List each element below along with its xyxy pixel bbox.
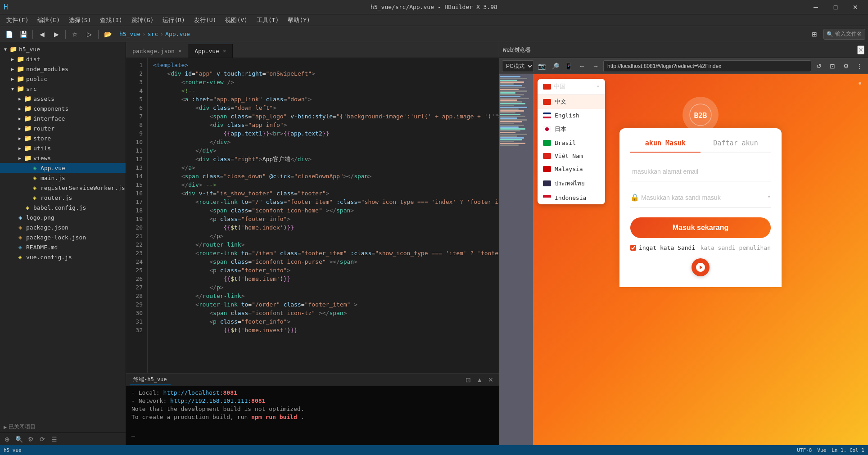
chat-avatar-icon[interactable]	[692, 258, 710, 276]
menu-tools[interactable]: 工具(T)	[252, 15, 283, 25]
sidebar-item-babelconfig[interactable]: ◈ babel.config.js	[0, 203, 126, 212]
sidebar-filter-button[interactable]: ⟳	[37, 434, 48, 445]
status-project[interactable]: h5_vue	[4, 447, 22, 453]
toolbar-search[interactable]: 🔍 输入文件名	[823, 29, 865, 40]
sidebar-item-components[interactable]: ▶ 📁 components	[0, 104, 126, 113]
remember-checkbox[interactable]	[630, 245, 636, 251]
terminal-network-url[interactable]: http://192.168.101.111:8081	[170, 397, 265, 404]
tab-appvue[interactable]: App.vue ✕	[188, 44, 233, 58]
sidebar-add-button[interactable]: ⊕	[2, 434, 13, 445]
run-button[interactable]: ▷	[83, 28, 95, 41]
sidebar-refresh-button[interactable]: ⚙	[25, 434, 36, 445]
language-item-vietnam[interactable]: Việt Nam	[538, 149, 605, 162]
browser-inspect-button[interactable]: 🔎	[549, 60, 561, 72]
language-dropdown-header[interactable]: 中国 ▾	[538, 79, 605, 95]
menu-goto[interactable]: 跳转(G)	[127, 15, 158, 25]
status-lang[interactable]: Vue	[817, 447, 826, 453]
sidebar-item-mainjs[interactable]: ◈ main.js	[0, 173, 126, 183]
menu-run[interactable]: 运行(R)	[158, 15, 189, 25]
language-item-chinese[interactable]: 中文	[538, 95, 605, 109]
sidebar-item-readme[interactable]: ◈ README.md	[0, 242, 126, 252]
sidebar-item-serviceworker[interactable]: ◈ registerServiceWorker.js	[0, 183, 126, 193]
sidebar-item-views[interactable]: ▶ 📁 views	[0, 153, 126, 163]
browser-screenshot-button[interactable]: 📷	[536, 60, 547, 72]
sidebar-item-dist[interactable]: ▶ 📁 dist	[0, 54, 126, 64]
terminal-body[interactable]: - Local: http://localhost:8081 - Network…	[126, 386, 499, 445]
save-button[interactable]: 💾	[17, 28, 30, 41]
sidebar-settings-button[interactable]: ☰	[49, 434, 59, 445]
sidebar-item-packagelockjson[interactable]: ◈ package-lock.json	[0, 232, 126, 242]
language-item-brasil[interactable]: Brasil	[538, 136, 605, 149]
sidebar-item-utils[interactable]: ▶ 📁 utils	[0, 143, 126, 153]
minimize-button[interactable]: ─	[807, 1, 825, 14]
sidebar-item-interface[interactable]: ▶ 📁 interface	[0, 113, 126, 123]
browser-bookmark-button[interactable]: ⊡	[827, 60, 838, 72]
password-toggle-button[interactable]: ▾	[767, 193, 771, 200]
language-item-malaysia[interactable]: Malaysia	[538, 162, 605, 176]
password-input[interactable]	[630, 188, 771, 207]
browser-device-button[interactable]: 📱	[563, 60, 574, 72]
menu-help[interactable]: 帮助(Y)	[283, 15, 314, 25]
terminal-expand-button[interactable]: ⊡	[464, 375, 473, 384]
breadcrumb-file[interactable]: App.vue	[165, 31, 190, 37]
browser-close-button[interactable]: ✕	[857, 45, 864, 54]
menu-publish[interactable]: 发行(U)	[190, 15, 221, 25]
back-button[interactable]: ◀	[36, 28, 48, 41]
sidebar-item-appvue[interactable]: ◈ App.vue	[0, 163, 126, 173]
terminal-local-url[interactable]: http://localhost:8081	[163, 389, 237, 396]
browser-refresh-button[interactable]: ↺	[813, 60, 825, 72]
login-button[interactable]: Masuk sekarang	[630, 217, 771, 238]
sidebar-item-src[interactable]: ▼ 📁 src	[0, 84, 126, 94]
sidebar-item-store[interactable]: ▶ 📁 store	[0, 133, 126, 143]
sidebar-search-button[interactable]: 🔍	[14, 434, 24, 445]
forward-button[interactable]: ▶	[50, 28, 63, 41]
language-dropdown[interactable]: 中国 ▾ 中文 English 日本	[538, 79, 605, 204]
browser-back-button[interactable]: ←	[576, 60, 588, 72]
browser-forward-button[interactable]: →	[590, 60, 601, 72]
toolbar-icon-1[interactable]: ⊞	[808, 28, 821, 41]
close-button[interactable]: ✕	[846, 1, 864, 14]
sidebar-item-router[interactable]: ▶ 📁 router	[0, 123, 126, 133]
terminal-tab[interactable]: 终端-h5_vue	[130, 375, 171, 385]
new-file-button[interactable]: 📄	[3, 28, 15, 41]
open-file-button[interactable]: 📂	[101, 28, 114, 41]
tab-packagejson[interactable]: package.json ✕	[126, 44, 188, 58]
collapsed-projects-section[interactable]: ▶ 已关闭项目	[0, 421, 126, 432]
sidebar-item-packagejson[interactable]: ◈ package.json	[0, 222, 126, 232]
browser-mode-select[interactable]: PC模式	[502, 60, 534, 72]
arrow-icon: ▶	[16, 156, 23, 161]
menu-select[interactable]: 选择(S)	[64, 15, 95, 25]
close-tab-icon[interactable]: ✕	[223, 48, 226, 54]
code-editor[interactable]: 1234 5678 9101112 13141516 17181920 2122…	[126, 58, 499, 373]
language-item-english[interactable]: English	[538, 109, 605, 122]
language-item-japanese[interactable]: 日本	[538, 122, 605, 136]
menu-find[interactable]: 查找(I)	[95, 15, 127, 25]
terminal-collapse-button[interactable]: ▲	[475, 375, 484, 384]
browser-devtools-button[interactable]: ⚙	[840, 60, 852, 72]
language-item-indonesia[interactable]: Indonesia	[538, 191, 605, 204]
browser-more-button[interactable]: ⋮	[854, 60, 865, 72]
sidebar-item-public[interactable]: ▶ 📁 public	[0, 74, 126, 84]
forgot-password-link[interactable]: kata sandi pemulihan	[700, 244, 771, 251]
remember-me-label[interactable]: ingat kata Sandi	[630, 244, 695, 251]
menu-view[interactable]: 视图(V)	[221, 15, 252, 25]
sidebar-item-nodemodules[interactable]: ▶ 📁 node_modules	[0, 64, 126, 74]
breadcrumb-src[interactable]: src	[148, 31, 158, 37]
sidebar-item-h5vue[interactable]: ▼ 📁 h5_vue	[0, 44, 126, 54]
menu-edit[interactable]: 编辑(E)	[33, 15, 64, 25]
status-encoding[interactable]: UTF-8	[797, 447, 812, 453]
breadcrumb-root[interactable]: h5_vue	[119, 31, 140, 37]
sidebar-item-logopng[interactable]: ◈ logo.png	[0, 212, 126, 222]
maximize-button[interactable]: □	[827, 1, 845, 14]
close-tab-icon[interactable]: ✕	[178, 48, 181, 54]
browser-url-input[interactable]	[603, 60, 811, 72]
sidebar-item-routerjs[interactable]: ◈ router.js	[0, 193, 126, 203]
sidebar-item-assets[interactable]: ▶ 📁 assets	[0, 94, 126, 104]
language-item-thailand[interactable]: ประเทศไทย	[538, 176, 605, 191]
menu-file[interactable]: 文件(F)	[2, 15, 33, 25]
email-input[interactable]	[630, 162, 771, 181]
code-content[interactable]: <template> <div id="app" v-touch:right="…	[148, 58, 499, 373]
terminal-close-button[interactable]: ✕	[486, 375, 495, 384]
sidebar-item-vueconfig[interactable]: ◈ vue.config.js	[0, 252, 126, 262]
bookmark-button[interactable]: ☆	[68, 28, 81, 41]
